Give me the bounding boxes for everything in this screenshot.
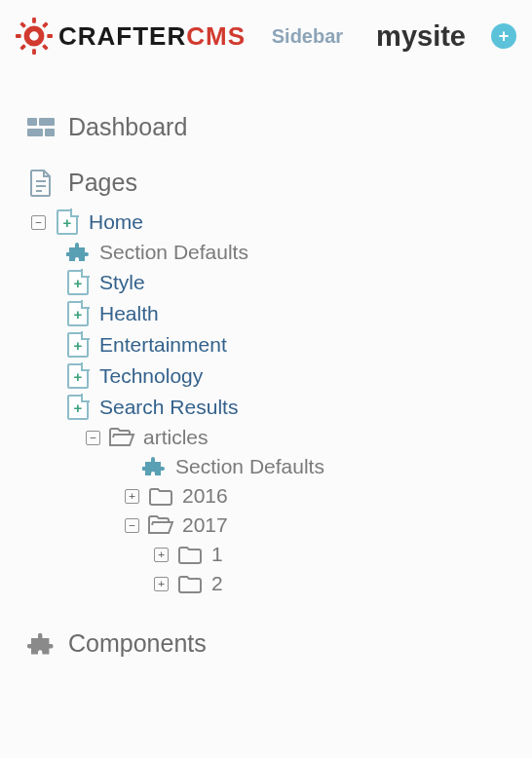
tree-item-articles[interactable]: − articles xyxy=(27,423,516,452)
tree-label: 1 xyxy=(211,543,223,566)
svg-rect-11 xyxy=(27,129,43,136)
tree-item-month-1[interactable]: + 1 xyxy=(27,540,516,569)
folder-open-icon xyxy=(147,514,174,536)
site-name[interactable]: mysite xyxy=(376,20,466,53)
tree-label: articles xyxy=(143,426,209,449)
svg-rect-8 xyxy=(42,44,49,51)
nav-dashboard-label: Dashboard xyxy=(68,113,187,141)
nav-components[interactable]: Components xyxy=(27,624,516,667)
svg-rect-9 xyxy=(27,118,37,126)
folder-closed-icon xyxy=(176,545,204,564)
document-icon xyxy=(27,170,55,197)
folder-open-icon xyxy=(108,427,135,448)
logo: CRAFTERCMS xyxy=(16,18,246,55)
tree-item-entertainment[interactable]: Entertainment xyxy=(27,329,516,360)
component-icon xyxy=(27,632,55,656)
page-new-icon xyxy=(67,332,89,358)
tree-item-2017[interactable]: − 2017 xyxy=(27,511,516,540)
svg-rect-6 xyxy=(19,44,26,51)
tree-item-articles-section-defaults[interactable]: Section Defaults xyxy=(27,452,516,481)
tree-item-home[interactable]: − Home xyxy=(27,207,516,238)
nav-components-label: Components xyxy=(68,629,207,658)
page-new-icon xyxy=(67,363,89,389)
tree-item-section-defaults[interactable]: Section Defaults xyxy=(27,238,516,267)
gear-icon xyxy=(16,18,53,55)
sidebar-nav: Dashboard Pages − Home Section Default xyxy=(0,64,532,677)
app-header: CRAFTERCMS Sidebar mysite + xyxy=(0,0,532,64)
component-icon xyxy=(140,457,168,476)
tree-item-2016[interactable]: + 2016 xyxy=(27,481,516,511)
tree-label: Search Results xyxy=(99,396,238,419)
logo-text-suffix: CMS xyxy=(186,21,246,52)
sidebar-toggle[interactable]: Sidebar xyxy=(272,25,343,48)
dashboard-icon xyxy=(27,117,55,138)
page-new-icon xyxy=(67,301,89,326)
folder-closed-icon xyxy=(147,486,174,506)
tree-label: Technology xyxy=(99,364,203,388)
collapse-icon[interactable]: − xyxy=(86,431,100,445)
tree-item-technology[interactable]: Technology xyxy=(27,360,516,392)
page-new-icon xyxy=(57,209,78,235)
logo-text: CRAFTERCMS xyxy=(58,21,246,52)
pages-tree: − Home Section Defaults Style Health Ent… xyxy=(27,207,516,598)
svg-rect-4 xyxy=(47,34,53,38)
add-button[interactable]: + xyxy=(491,23,516,49)
nav-pages[interactable]: Pages xyxy=(27,151,516,207)
collapse-icon[interactable]: − xyxy=(31,215,46,230)
tree-item-month-2[interactable]: + 2 xyxy=(27,569,516,598)
tree-label: Home xyxy=(89,210,143,234)
svg-rect-10 xyxy=(39,118,55,126)
tree-label: Entertainment xyxy=(99,333,227,357)
tree-label: 2 xyxy=(211,572,223,595)
tree-label: 2016 xyxy=(182,484,228,508)
expand-icon[interactable]: + xyxy=(154,577,169,591)
page-new-icon xyxy=(67,395,89,420)
nav-dashboard[interactable]: Dashboard xyxy=(27,107,516,151)
tree-label: 2017 xyxy=(182,513,228,537)
svg-rect-2 xyxy=(32,49,36,55)
svg-rect-12 xyxy=(45,129,55,136)
tree-label: Health xyxy=(99,302,159,325)
component-icon xyxy=(64,243,92,262)
tree-label: Style xyxy=(99,271,145,294)
tree-item-search-results[interactable]: Search Results xyxy=(27,392,516,423)
svg-rect-5 xyxy=(42,21,49,28)
svg-rect-1 xyxy=(32,18,36,23)
folder-closed-icon xyxy=(176,574,204,593)
expand-icon[interactable]: + xyxy=(125,489,139,504)
collapse-icon[interactable]: − xyxy=(125,518,139,533)
tree-label: Section Defaults xyxy=(175,455,324,478)
svg-rect-3 xyxy=(16,34,21,38)
tree-item-health[interactable]: Health xyxy=(27,298,516,329)
nav-pages-label: Pages xyxy=(68,169,137,197)
tree-label: Section Defaults xyxy=(99,241,248,264)
plus-icon: + xyxy=(499,26,510,47)
expand-icon[interactable]: + xyxy=(154,548,169,562)
svg-point-0 xyxy=(26,28,41,43)
page-new-icon xyxy=(67,270,89,295)
logo-text-main: CRAFTER xyxy=(58,21,186,52)
tree-item-style[interactable]: Style xyxy=(27,267,516,298)
svg-rect-7 xyxy=(19,21,26,28)
